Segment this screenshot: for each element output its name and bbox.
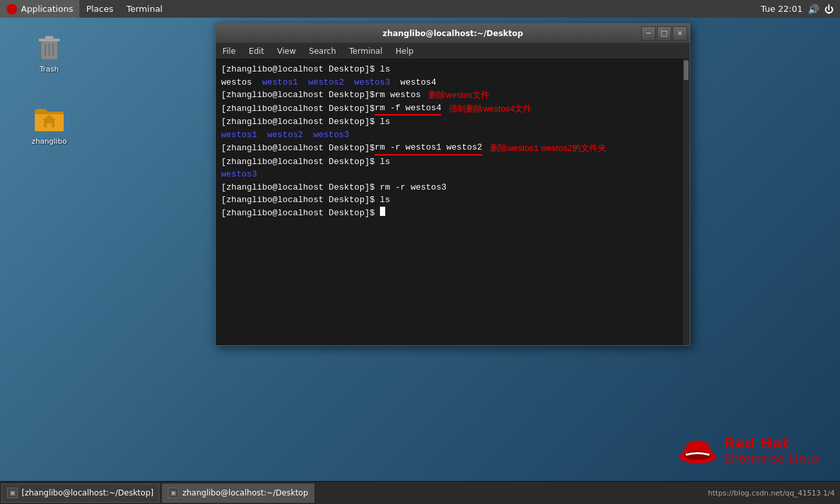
westos3-c: westos3 bbox=[221, 168, 257, 181]
westos-plain: westos bbox=[221, 76, 262, 89]
annotation-3: 删除westos文件 bbox=[429, 89, 489, 102]
redhat-line1: Red Hat bbox=[724, 435, 820, 452]
terminal-line-7: [zhanglibo@localhost Desktop]$ rm -r wes… bbox=[221, 141, 677, 156]
westos1: westos1 bbox=[262, 76, 308, 89]
terminal-line-12: [zhanglibo@localhost Desktop]$ bbox=[221, 207, 677, 220]
redhat-line2: Enterprise Linux bbox=[724, 452, 820, 465]
terminal-menu-label: Terminal bbox=[127, 4, 163, 14]
terminal-line-10: [zhanglibo@localhost Desktop]$ rm -r wes… bbox=[221, 181, 677, 194]
terminal-line-5: [zhanglibo@localhost Desktop]$ ls bbox=[221, 116, 677, 129]
terminal-window: zhanglibo@localhost:~/Desktop − □ × File… bbox=[215, 23, 690, 346]
westos4: westos4 bbox=[400, 76, 436, 89]
terminal-menu-file[interactable]: File bbox=[216, 43, 242, 59]
taskbar-icon-1: ▣ bbox=[168, 488, 178, 498]
svg-rect-2 bbox=[45, 36, 53, 39]
terminal-menu-search[interactable]: Search bbox=[303, 43, 343, 59]
places-label: Places bbox=[86, 4, 113, 14]
redhat-icon bbox=[7, 4, 17, 14]
cmd-11: ls bbox=[380, 194, 390, 207]
terminal-controls: − □ × bbox=[641, 26, 687, 41]
westos1-b: westos1 bbox=[221, 129, 267, 142]
topbar-applications[interactable]: Applications bbox=[0, 0, 79, 18]
cmd-3: rm westos bbox=[375, 89, 421, 102]
terminal-line-1: [zhanglibo@localhost Desktop]$ ls bbox=[221, 63, 677, 76]
applications-label: Applications bbox=[21, 4, 73, 14]
terminal-titlebar: zhanglibo@localhost:~/Desktop − □ × bbox=[216, 24, 690, 43]
westos3: westos3 bbox=[354, 76, 400, 89]
prompt-4: [zhanglibo@localhost Desktop]$ bbox=[221, 102, 375, 116]
folder-label: zhanglibo bbox=[32, 137, 66, 146]
topbar-terminal[interactable]: Terminal bbox=[120, 0, 169, 18]
terminal-line-11: [zhanglibo@localhost Desktop]$ ls bbox=[221, 194, 677, 207]
westos2: westos2 bbox=[308, 76, 354, 89]
terminal-minimize-button[interactable]: − bbox=[641, 26, 656, 41]
terminal-menu-view[interactable]: View bbox=[270, 43, 302, 59]
volume-icon[interactable]: 🔊 bbox=[808, 4, 819, 14]
desktop: Trash zhanglibo Red H bbox=[0, 18, 840, 481]
annotation-4: 强制删除westos4文件 bbox=[449, 102, 532, 116]
desktop-icon-trash[interactable]: Trash bbox=[23, 31, 75, 74]
terminal-menu-help[interactable]: Help bbox=[389, 43, 420, 59]
prompt-11: [zhanglibo@localhost Desktop]$ bbox=[221, 194, 380, 207]
prompt-3: [zhanglibo@localhost Desktop]$ bbox=[221, 89, 375, 102]
folder-icon-image bbox=[33, 103, 65, 135]
topbar-places[interactable]: Places bbox=[79, 0, 119, 18]
cmd-5: ls bbox=[380, 116, 390, 129]
cursor bbox=[380, 207, 385, 216]
prompt-5: [zhanglibo@localhost Desktop]$ bbox=[221, 116, 380, 129]
trash-icon-image bbox=[33, 31, 65, 62]
terminal-line-9: westos3 bbox=[221, 168, 677, 181]
terminal-line-6: westos1 westos2 westos3 bbox=[221, 129, 677, 142]
cmd-8: ls bbox=[380, 156, 390, 169]
trash-label: Trash bbox=[39, 65, 58, 74]
terminal-content[interactable]: [zhanglibo@localhost Desktop]$ ls westos… bbox=[216, 59, 682, 345]
desktop-icon-folder[interactable]: zhanglibo bbox=[23, 103, 75, 146]
redhat-logo: Red Hat Enterprise Linux bbox=[678, 432, 820, 468]
cmd-4: rm -f westos4 bbox=[375, 102, 441, 116]
cmd-10: rm -r westos3 bbox=[380, 181, 446, 194]
terminal-menubar: File Edit View Search Terminal Help bbox=[216, 43, 690, 59]
prompt-8: [zhanglibo@localhost Desktop]$ bbox=[221, 156, 380, 169]
terminal-line-2: westos westos1 westos2 westos3 westos4 bbox=[221, 76, 677, 89]
terminal-maximize-button[interactable]: □ bbox=[657, 26, 671, 41]
westos2-b: westos2 bbox=[267, 129, 313, 142]
terminal-scrollbar[interactable] bbox=[682, 59, 690, 345]
taskbar-item-1[interactable]: ▣ zhanglibo@localhost:~/Desktop bbox=[162, 484, 314, 503]
terminal-line-3: [zhanglibo@localhost Desktop]$ rm westos… bbox=[221, 89, 677, 102]
terminal-menu-terminal[interactable]: Terminal bbox=[343, 43, 389, 59]
taskbar-label-1: zhanglibo@localhost:~/Desktop bbox=[182, 488, 308, 497]
prompt-1: [zhanglibo@localhost Desktop]$ bbox=[221, 63, 380, 76]
annotation-7: 删除westos1 westos2的文件夹 bbox=[490, 142, 606, 155]
taskbar: ▣ [zhanglibo@localhost:~/Desktop] ▣ zhan… bbox=[0, 481, 840, 504]
taskbar-url: https://blog.csdn.net/qq_41513 1/4 bbox=[708, 489, 835, 497]
cmd-1: ls bbox=[380, 63, 390, 76]
topbar-time: Tue 22:01 bbox=[761, 4, 803, 14]
terminal-menu-edit[interactable]: Edit bbox=[242, 43, 270, 59]
topbar-left: Applications Places Terminal bbox=[0, 0, 169, 18]
taskbar-right-info: https://blog.csdn.net/qq_41513 1/4 bbox=[708, 489, 840, 497]
cmd-7: rm -r westos1 westos2 bbox=[375, 141, 482, 156]
terminal-content-area: [zhanglibo@localhost Desktop]$ ls westos… bbox=[216, 59, 690, 345]
terminal-close-button[interactable]: × bbox=[673, 26, 687, 41]
taskbar-icon-0: ▣ bbox=[7, 488, 18, 498]
taskbar-item-0[interactable]: ▣ [zhanglibo@localhost:~/Desktop] bbox=[1, 484, 159, 503]
prompt-10: [zhanglibo@localhost Desktop]$ bbox=[221, 181, 380, 194]
terminal-title: zhanglibo@localhost:~/Desktop bbox=[383, 29, 523, 38]
redhat-text: Red Hat Enterprise Linux bbox=[724, 435, 820, 465]
topbar-right: Tue 22:01 🔊 ⏻ bbox=[761, 0, 840, 18]
terminal-line-4: [zhanglibo@localhost Desktop]$ rm -f wes… bbox=[221, 102, 677, 116]
svg-rect-8 bbox=[47, 123, 52, 127]
topbar: Applications Places Terminal Tue 22:01 🔊… bbox=[0, 0, 840, 18]
redhat-hat-icon bbox=[678, 432, 717, 468]
power-icon[interactable]: ⏻ bbox=[824, 4, 833, 14]
terminal-line-8: [zhanglibo@localhost Desktop]$ ls bbox=[221, 156, 677, 169]
prompt-12: [zhanglibo@localhost Desktop]$ bbox=[221, 207, 380, 220]
prompt-7: [zhanglibo@localhost Desktop]$ bbox=[221, 142, 375, 155]
westos3-b: westos3 bbox=[313, 129, 349, 142]
taskbar-label-0: [zhanglibo@localhost:~/Desktop] bbox=[22, 488, 154, 497]
